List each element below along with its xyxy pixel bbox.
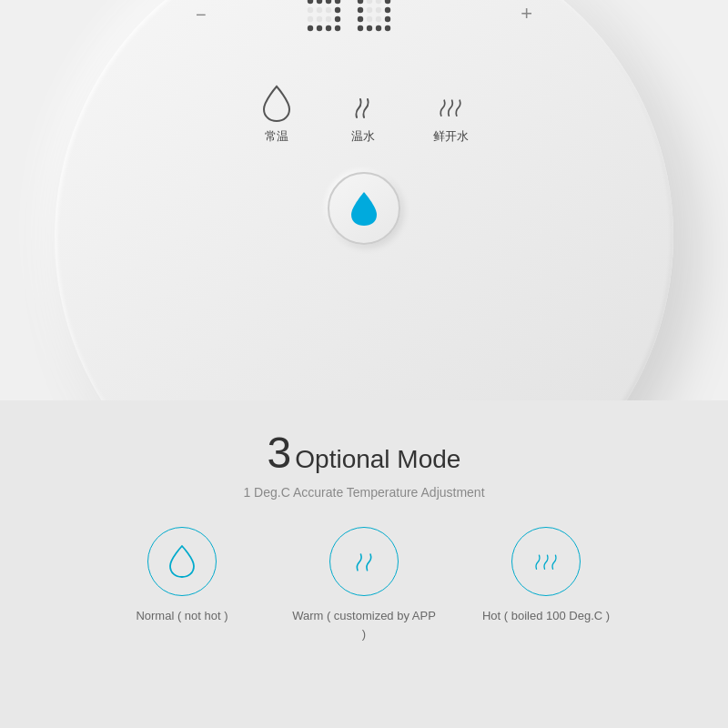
svg-point-5	[307, 0, 312, 4]
svg-point-7	[325, 0, 330, 4]
svg-point-39	[384, 25, 389, 31]
degree-symbol: °C	[403, 0, 426, 5]
svg-point-46	[366, 16, 371, 22]
mode-warm[interactable]: 温水	[348, 90, 379, 145]
svg-point-6	[316, 0, 321, 4]
mode-circle-normal	[147, 527, 217, 596]
steam-icon-warm	[348, 90, 379, 123]
svg-point-42	[366, 0, 371, 4]
card-drop-icon	[167, 544, 197, 579]
svg-point-12	[316, 25, 321, 31]
svg-point-13	[325, 25, 330, 31]
svg-point-9	[334, 7, 339, 13]
mode-normal-label: 常温	[265, 128, 288, 145]
mode-count-text: Optional Mode	[295, 445, 460, 473]
accuracy-subtitle: 1 Deg.C Accurate Temperature Adjustment	[243, 485, 484, 500]
dispense-button[interactable]	[328, 172, 400, 245]
card-steam-icon-warm	[350, 547, 378, 576]
minus-button[interactable]: −	[196, 5, 207, 25]
digit-0	[353, 0, 403, 39]
dispense-drop-icon	[348, 189, 380, 228]
drop-icon-normal	[260, 85, 293, 123]
mode-icons-row: 常温 温水 鲜开水	[260, 85, 469, 145]
digit-5	[303, 0, 353, 39]
device-circle: − +	[55, 0, 673, 400]
svg-point-43	[375, 0, 380, 4]
svg-point-45	[375, 7, 380, 13]
svg-point-35	[384, 16, 389, 22]
mode-card-hot-label: Hot ( boiled 100 Deg.C )	[482, 607, 610, 625]
svg-point-38	[375, 25, 380, 31]
svg-point-22	[316, 16, 321, 22]
mode-normal[interactable]: 常温	[260, 85, 293, 145]
svg-point-33	[384, 7, 389, 13]
mode-card-hot: Hot ( boiled 100 Deg.C )	[473, 527, 619, 625]
svg-point-19	[325, 7, 330, 13]
mode-count-number: 3	[268, 429, 292, 477]
svg-point-31	[384, 0, 389, 4]
svg-point-23	[325, 16, 330, 22]
svg-point-32	[357, 7, 362, 13]
plus-button[interactable]: +	[521, 2, 532, 25]
mode-card-normal-label: Normal ( not hot )	[136, 607, 228, 625]
card-steam-icon-hot	[532, 547, 560, 576]
svg-point-14	[334, 25, 339, 31]
svg-point-10	[334, 16, 339, 22]
mode-circle-warm	[329, 527, 399, 596]
mode-card-warm-label: Warm ( customized by APP )	[291, 607, 437, 642]
svg-point-30	[357, 0, 362, 4]
mode-cards-row: Normal ( not hot ) Warm ( customized by …	[109, 527, 619, 642]
mode-card-normal: Normal ( not hot )	[109, 527, 255, 625]
mode-count-title: 3Optional Mode	[268, 428, 461, 478]
svg-point-18	[316, 7, 321, 13]
svg-point-34	[357, 16, 362, 22]
svg-point-44	[366, 7, 371, 13]
svg-point-47	[375, 16, 380, 22]
svg-point-8	[334, 0, 339, 4]
mode-hot-label: 鲜开水	[433, 128, 469, 145]
svg-point-11	[307, 25, 312, 31]
mode-warm-label: 温水	[351, 128, 375, 145]
mode-circle-hot	[511, 527, 581, 596]
info-section: 3Optional Mode 1 Deg.C Accurate Temperat…	[0, 400, 728, 728]
mode-hot[interactable]: 鲜开水	[433, 90, 469, 145]
steam-icon-hot	[435, 90, 466, 123]
svg-point-37	[366, 25, 371, 31]
device-section: − +	[0, 0, 728, 400]
svg-point-36	[357, 25, 362, 31]
svg-point-20	[307, 7, 312, 13]
svg-point-21	[307, 16, 312, 22]
temperature-display: °C	[303, 0, 426, 39]
mode-card-warm: Warm ( customized by APP )	[291, 527, 437, 642]
